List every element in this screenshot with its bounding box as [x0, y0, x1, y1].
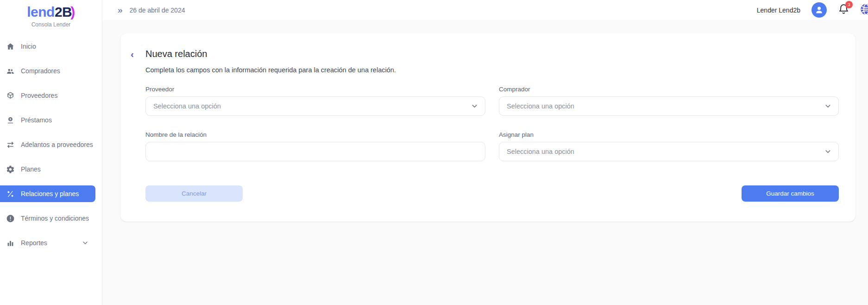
topbar-date: 26 de abril de 2024 — [130, 6, 185, 14]
field-nombre-relacion: Nombre de la relación — [145, 131, 485, 161]
bar-chart-icon — [6, 239, 15, 248]
nombre-relacion-box — [145, 142, 485, 161]
notifications-button[interactable]: 3 — [838, 3, 849, 17]
content-area: ‹ Nueva relación Completa los campos con… — [102, 20, 868, 305]
gear-icon — [6, 165, 15, 174]
sidebar: lend2B) Consola Lender Inicio Compradore… — [0, 0, 102, 305]
chevron-down-icon — [471, 102, 478, 110]
sidebar-item-label: Proveedores — [21, 92, 57, 99]
page-subtitle: Completa los campos con la información r… — [145, 66, 839, 74]
brand-logo: lend2B) Consola Lender — [0, 0, 102, 28]
sidebar-item-planes[interactable]: Planes — [0, 161, 95, 178]
new-relation-card: ‹ Nueva relación Completa los campos con… — [120, 33, 855, 222]
comprador-select[interactable]: Selecciona una opción — [499, 96, 839, 116]
back-button[interactable]: ‹ — [129, 49, 145, 60]
sidebar-item-label: Adelantos a proveedores — [21, 141, 93, 148]
chevron-down-icon — [824, 148, 832, 156]
comprador-label: Comprador — [499, 86, 839, 93]
sidebar-item-label: Reportes — [21, 239, 47, 247]
sidebar-item-prestamos[interactable]: $ Préstamos — [0, 112, 95, 128]
card-header: ‹ Nueva relación Completa los campos con… — [129, 49, 839, 74]
brand-subtitle: Consola Lender — [0, 21, 102, 28]
sidebar-item-compradores[interactable]: Compradores — [0, 63, 95, 79]
sidebar-item-label: Préstamos — [21, 116, 52, 124]
nombre-relacion-input[interactable] — [146, 142, 485, 161]
home-icon — [6, 42, 15, 51]
comprador-placeholder: Selecciona una opción — [507, 102, 574, 110]
sidebar-item-reportes[interactable]: Reportes — [0, 235, 95, 251]
language-button[interactable] — [860, 3, 868, 18]
user-avatar[interactable] — [811, 2, 827, 18]
logo-part-blue: lend — [27, 4, 55, 19]
sidebar-collapse-icon[interactable]: » — [118, 6, 123, 14]
asignar-plan-select[interactable]: Selecciona una opción — [499, 142, 839, 161]
sidebar-item-label: Términos y condiciones — [21, 215, 89, 222]
field-proveedor: Proveedor Selecciona una opción — [145, 86, 485, 116]
field-comprador: Comprador Selecciona una opción — [499, 86, 839, 116]
sidebar-nav: Inicio Compradores Proveedores $ Préstam… — [0, 38, 102, 251]
sidebar-item-label: Relaciones y planes — [21, 190, 79, 197]
person-icon — [814, 5, 824, 15]
alert-circle-icon — [6, 214, 15, 223]
field-asignar-plan: Asignar plan Selecciona una opción — [499, 131, 839, 161]
card-titles: Nueva relación Completa los campos con l… — [145, 49, 839, 74]
proveedor-label: Proveedor — [145, 86, 485, 93]
asignar-plan-placeholder: Selecciona una opción — [507, 148, 574, 155]
user-name: Lender Lend2b — [757, 6, 800, 14]
users-icon — [6, 67, 15, 76]
save-button[interactable]: Guardar cambios — [742, 185, 839, 202]
globe-icon — [860, 3, 868, 16]
main-column: » 26 de abril de 2024 Lender Lend2b 3 — [102, 0, 868, 305]
sidebar-item-label: Compradores — [21, 67, 60, 75]
chevron-down-icon — [82, 239, 89, 247]
sidebar-item-relaciones-y-planes[interactable]: Relaciones y planes — [0, 185, 95, 202]
percent-icon — [6, 190, 15, 198]
page-title: Nueva relación — [145, 49, 839, 59]
cancel-button[interactable]: Cancelar — [145, 185, 243, 202]
transfer-icon — [6, 140, 15, 149]
logo-accent: ) — [70, 4, 75, 19]
asignar-plan-label: Asignar plan — [499, 131, 839, 138]
logo-text: lend2B) — [0, 5, 102, 19]
proveedor-placeholder: Selecciona una opción — [153, 102, 221, 110]
topbar-right: Lender Lend2b 3 — [757, 2, 868, 18]
form-actions: Cancelar Guardar cambios — [145, 185, 839, 202]
chevron-left-icon: ‹ — [131, 49, 134, 59]
sidebar-item-inicio[interactable]: Inicio — [0, 38, 95, 55]
sidebar-item-terminos-y-condiciones[interactable]: Términos y condiciones — [0, 210, 95, 227]
sidebar-item-label: Planes — [21, 165, 41, 173]
topbar: » 26 de abril de 2024 Lender Lend2b 3 — [102, 0, 868, 20]
sidebar-item-proveedores[interactable]: Proveedores — [0, 87, 95, 104]
nombre-relacion-label: Nombre de la relación — [145, 131, 485, 138]
package-icon — [6, 91, 15, 100]
coin-icon: $ — [6, 116, 15, 125]
sidebar-item-label: Inicio — [21, 43, 36, 50]
notification-badge: 3 — [845, 1, 853, 8]
app-root: lend2B) Consola Lender Inicio Compradore… — [0, 0, 868, 305]
proveedor-select[interactable]: Selecciona una opción — [145, 96, 485, 116]
logo-part-dark: 2B — [55, 4, 72, 19]
sidebar-item-adelantos-a-proveedores[interactable]: Adelantos a proveedores — [0, 136, 95, 153]
relation-form: Proveedor Selecciona una opción Comprado… — [145, 86, 839, 202]
chevron-down-icon — [824, 102, 832, 110]
form-grid: Proveedor Selecciona una opción Comprado… — [145, 86, 839, 161]
